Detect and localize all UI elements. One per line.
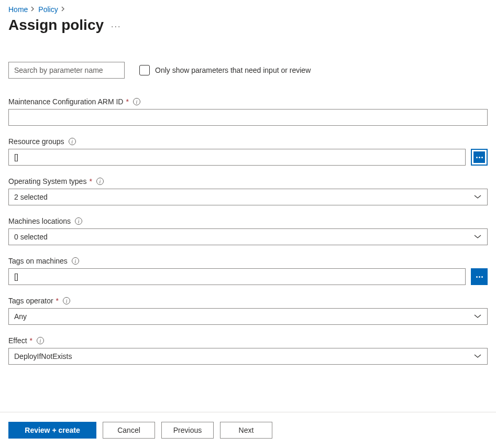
- required-star-icon: *: [126, 97, 128, 106]
- field-os-types: Operating System types * i 2 selected: [8, 177, 488, 205]
- ellipsis-icon: [476, 276, 483, 278]
- resource-groups-label: Resource groups: [8, 137, 64, 146]
- tags-machines-input[interactable]: [8, 268, 466, 285]
- required-star-icon: *: [56, 297, 59, 305]
- page-header: Assign policy ···: [8, 17, 488, 34]
- ellipsis-icon: [473, 151, 485, 163]
- required-star-icon: *: [89, 177, 92, 185]
- info-icon[interactable]: i: [72, 257, 79, 265]
- info-icon[interactable]: i: [69, 138, 76, 145]
- breadcrumb: Home Policy: [8, 4, 488, 17]
- next-button[interactable]: Next: [220, 422, 272, 439]
- cancel-button[interactable]: Cancel: [103, 422, 155, 439]
- filter-row: Only show parameters that need input or …: [8, 62, 488, 79]
- os-types-select[interactable]: 2 selected: [8, 189, 488, 205]
- field-tags-operator: Tags operator * i Any: [8, 297, 488, 325]
- tags-operator-label: Tags operator: [8, 297, 53, 305]
- info-icon[interactable]: i: [96, 178, 104, 185]
- effect-value: DeployIfNotExists: [14, 352, 72, 360]
- field-locations: Machines locations i 0 selected: [8, 217, 488, 245]
- chevron-right-icon: [31, 6, 35, 13]
- field-maint-config: Maintenance Configuration ARM ID * i: [8, 97, 488, 126]
- more-icon[interactable]: ···: [111, 19, 121, 31]
- search-input[interactable]: [8, 62, 125, 79]
- field-resource-groups: Resource groups i: [8, 137, 488, 166]
- breadcrumb-policy[interactable]: Policy: [38, 5, 58, 14]
- effect-select[interactable]: DeployIfNotExists: [8, 348, 488, 365]
- maint-config-input[interactable]: [8, 109, 488, 126]
- required-star-icon: *: [30, 336, 32, 345]
- os-types-label: Operating System types: [8, 177, 86, 185]
- page-title: Assign policy: [8, 17, 104, 34]
- resource-groups-input[interactable]: [8, 149, 466, 166]
- os-types-value: 2 selected: [14, 193, 48, 201]
- chevron-right-icon: [61, 6, 65, 13]
- locations-select[interactable]: 0 selected: [8, 228, 488, 245]
- tags-machines-ellipsis-button[interactable]: [471, 268, 488, 285]
- breadcrumb-home[interactable]: Home: [8, 5, 28, 14]
- footer-toolbar: Review + create Cancel Previous Next: [0, 412, 496, 448]
- info-icon[interactable]: i: [63, 297, 70, 304]
- tags-operator-select[interactable]: Any: [8, 308, 488, 325]
- review-create-button[interactable]: Review + create: [8, 422, 96, 439]
- field-tags-machines: Tags on machines i: [8, 257, 488, 285]
- maint-config-label: Maintenance Configuration ARM ID: [8, 97, 123, 106]
- previous-button[interactable]: Previous: [161, 422, 214, 439]
- info-icon[interactable]: i: [75, 217, 82, 225]
- effect-label: Effect: [8, 336, 27, 345]
- tags-machines-label: Tags on machines: [8, 257, 68, 265]
- tags-operator-value: Any: [14, 312, 27, 321]
- resource-groups-ellipsis-button[interactable]: [471, 149, 488, 166]
- locations-value: 0 selected: [14, 233, 48, 241]
- field-effect: Effect * i DeployIfNotExists: [8, 336, 488, 365]
- info-icon[interactable]: i: [37, 337, 44, 344]
- locations-label: Machines locations: [8, 217, 71, 225]
- only-show-checkbox[interactable]: [139, 65, 150, 75]
- only-show-checkbox-wrap: Only show parameters that need input or …: [139, 65, 311, 75]
- only-show-label: Only show parameters that need input or …: [155, 66, 311, 74]
- info-icon[interactable]: i: [133, 98, 140, 105]
